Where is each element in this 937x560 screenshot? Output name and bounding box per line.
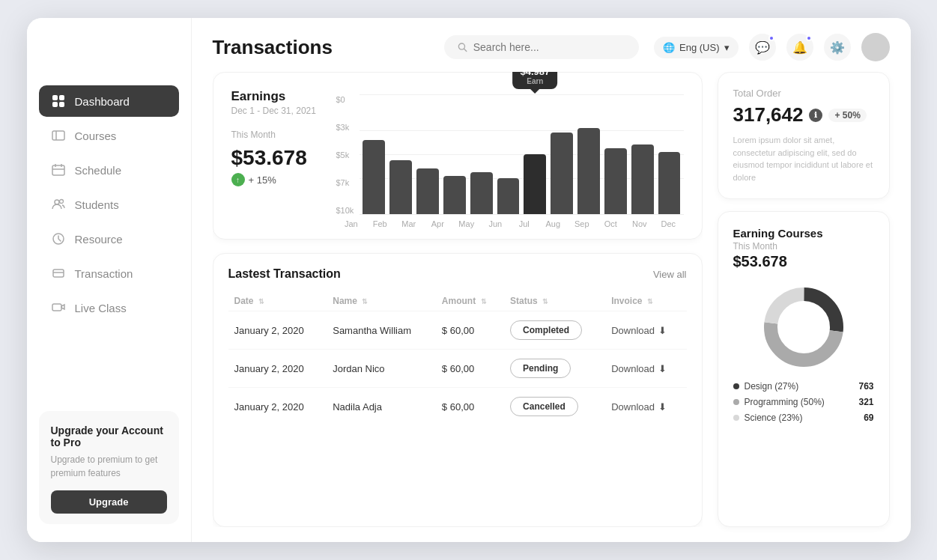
- search-bar[interactable]: [444, 35, 639, 59]
- chart-bar[interactable]: [497, 178, 520, 214]
- sidebar-item-courses[interactable]: Courses: [39, 120, 179, 151]
- chart-bar[interactable]: [658, 152, 681, 214]
- chart-bar-wrap[interactable]: [443, 95, 466, 214]
- legend-label: Design (27%): [745, 381, 799, 392]
- table-row: January 2, 2020 Samantha William $ 60,00…: [228, 311, 687, 350]
- sidebar-item-label: Students: [75, 198, 119, 211]
- chart-bar[interactable]: [631, 144, 654, 214]
- download-icon: ⬇: [658, 325, 667, 336]
- cell-amount: $ 60,00: [436, 350, 504, 388]
- chart-bar[interactable]: [524, 154, 546, 214]
- status-badge[interactable]: Cancelled: [510, 397, 578, 416]
- chat-icon: 💬: [755, 40, 770, 55]
- earning-month-label: This Month: [733, 241, 874, 252]
- chart-bar-wrap[interactable]: [551, 95, 573, 214]
- download-icon: ⬇: [658, 363, 667, 374]
- col-invoice: Invoice ⇅: [605, 291, 686, 311]
- sidebar-item-students[interactable]: Students: [39, 189, 179, 220]
- sidebar-item-label: Live Class: [75, 302, 127, 314]
- chart-bar-wrap[interactable]: [416, 95, 439, 214]
- sidebar-item-transaction[interactable]: Transaction: [39, 258, 179, 289]
- legend-count: 321: [858, 397, 873, 407]
- chart-bar-wrap[interactable]: [577, 95, 600, 214]
- user-avatar[interactable]: [861, 33, 890, 61]
- total-order-percent: + 50%: [828, 109, 866, 122]
- cell-invoice: Download ⬇: [605, 311, 686, 350]
- chart-bar[interactable]: [443, 176, 466, 214]
- chart-bar[interactable]: [416, 168, 439, 214]
- sidebar-item-resource[interactable]: Resource: [39, 223, 179, 255]
- earning-courses-card: Earning Courses This Month $53.678: [718, 211, 890, 527]
- total-order-description: Lorem ipsum dolor sit amet, consectetur …: [733, 134, 874, 183]
- chart-bar[interactable]: [363, 140, 385, 214]
- svg-rect-6: [52, 165, 64, 175]
- legend-dot: [733, 399, 739, 405]
- svg-line-17: [464, 49, 467, 51]
- chart-x-label: May: [455, 219, 479, 228]
- cell-amount: $ 60,00: [436, 311, 504, 350]
- chart-bar-wrap[interactable]: [470, 95, 493, 214]
- svg-rect-15: [52, 304, 61, 311]
- donut-svg: [759, 282, 849, 372]
- search-input[interactable]: [473, 41, 625, 53]
- chart-x-label: Nov: [628, 219, 652, 228]
- chart-x-label: Sep: [570, 219, 595, 228]
- language-button[interactable]: 🌐 Eng (US) ▾: [654, 37, 738, 58]
- status-badge[interactable]: Completed: [510, 320, 582, 340]
- view-all-button[interactable]: View all: [653, 269, 687, 280]
- chevron-down-icon: ▾: [724, 42, 730, 53]
- svg-rect-0: [52, 95, 58, 100]
- earnings-card: Earnings Dec 1 - Dec 31, 2021 This Month…: [213, 72, 703, 240]
- globe-icon: 🌐: [663, 42, 675, 53]
- legend-label: Programming (50%): [745, 397, 825, 407]
- table-body: January 2, 2020 Samantha William $ 60,00…: [228, 311, 687, 426]
- sidebar-item-dashboard[interactable]: Dashboard: [39, 85, 179, 117]
- page-title: Transactions: [213, 36, 333, 59]
- download-button[interactable]: Download ⬇: [611, 363, 667, 374]
- sort-icon: ⇅: [362, 298, 368, 305]
- messages-button[interactable]: 💬: [749, 34, 776, 61]
- sidebar-item-schedule[interactable]: Schedule: [39, 154, 179, 186]
- earnings-title: Earnings: [231, 89, 321, 104]
- upgrade-button[interactable]: Upgrade: [51, 490, 167, 514]
- chart-bar[interactable]: [389, 160, 412, 214]
- chart-bar-wrap[interactable]: [497, 95, 520, 214]
- messages-badge: [768, 35, 774, 41]
- chart-bar[interactable]: [604, 148, 627, 214]
- chart-bar-wrap[interactable]: [631, 95, 654, 214]
- chart-x-label: Jun: [483, 219, 508, 228]
- settings-button[interactable]: ⚙️: [824, 34, 851, 61]
- svg-rect-3: [59, 102, 64, 107]
- chart-bar[interactable]: [470, 172, 493, 214]
- earnings-amount: $53.678: [231, 146, 321, 170]
- sidebar-item-label: Resource: [75, 233, 123, 246]
- cell-date: January 2, 2020: [228, 350, 327, 388]
- info-icon: ℹ: [809, 109, 822, 122]
- chart-bar-wrap[interactable]: [658, 95, 681, 214]
- transactions-title: Lastest Transaction: [228, 267, 341, 281]
- chart-bar[interactable]: [577, 128, 600, 214]
- chart-x-label: Jan: [339, 219, 364, 228]
- sidebar-item-liveclass[interactable]: Live Class: [39, 292, 179, 323]
- chart-x-label: Aug: [541, 219, 565, 228]
- svg-point-11: [59, 200, 63, 204]
- transactions-card: Lastest Transaction View all Date ⇅ Name…: [213, 253, 703, 527]
- chart-x-label: Dec: [656, 219, 681, 228]
- chart-bar-wrap[interactable]: $4.987Earn: [524, 95, 546, 214]
- donut-chart: [733, 282, 874, 372]
- cell-status: Pending: [504, 350, 605, 388]
- chart-bar-wrap[interactable]: [389, 95, 412, 214]
- chart-bar-wrap[interactable]: [363, 95, 385, 214]
- download-button[interactable]: Download ⬇: [611, 325, 667, 336]
- col-status: Status ⇅: [504, 291, 605, 311]
- notifications-button[interactable]: 🔔: [786, 34, 813, 61]
- svg-point-10: [55, 200, 59, 204]
- chart-bar[interactable]: [551, 133, 573, 214]
- chart-x-label: Feb: [368, 219, 392, 228]
- download-button[interactable]: Download ⬇: [611, 401, 667, 413]
- status-badge[interactable]: Pending: [510, 359, 571, 378]
- chart-bar-wrap[interactable]: [604, 95, 627, 214]
- language-label: Eng (US): [679, 42, 719, 53]
- transaction-icon: [51, 266, 66, 281]
- table-row: January 2, 2020 Jordan Nico $ 60,00 Pend…: [228, 350, 687, 388]
